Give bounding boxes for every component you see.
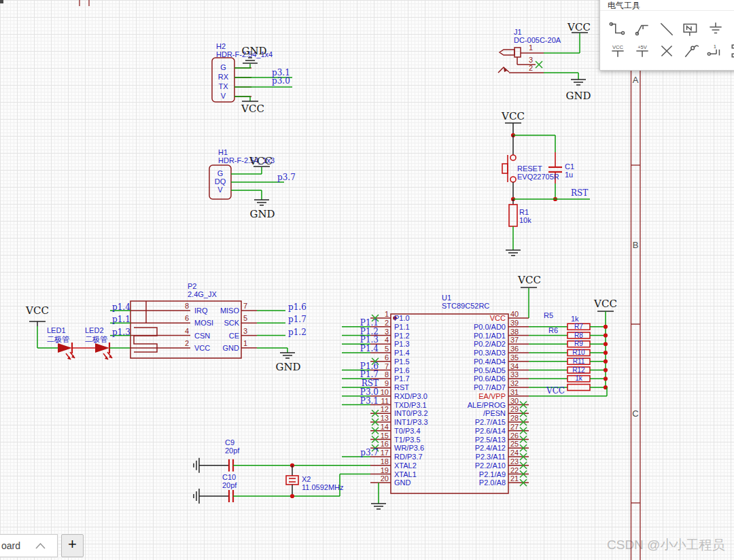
pin-icon[interactable]: 1 xyxy=(707,42,724,60)
sheet-tab-board[interactable]: oard xyxy=(0,534,58,557)
chevron-up-icon[interactable] xyxy=(35,543,46,549)
u1-mcu[interactable] xyxy=(342,287,537,509)
sheet-tab-label: oard xyxy=(1,540,20,551)
h2-connector[interactable] xyxy=(212,58,292,102)
ground-icon[interactable] xyxy=(707,20,724,38)
voltage-probe-icon[interactable] xyxy=(682,42,700,60)
net-port-icon[interactable] xyxy=(730,20,734,38)
svg-text:+5V: +5V xyxy=(637,44,648,50)
schematic-canvas[interactable]: ABCGRXTXVH2HDR-F-2.54_1x4GNDp3.1p3.0VCCG… xyxy=(0,0,734,560)
j1-power-jack[interactable] xyxy=(498,33,588,85)
net-label-icon[interactable] xyxy=(682,20,700,38)
panel-separator xyxy=(600,10,734,11)
h1-connector[interactable] xyxy=(209,165,284,205)
canvas-corner-mark xyxy=(0,0,3,3)
wire-icon[interactable] xyxy=(609,20,627,38)
reset-circuit[interactable] xyxy=(502,123,590,256)
bus-icon[interactable] xyxy=(633,20,651,38)
pin-array-icon[interactable] xyxy=(730,42,734,60)
led-indicators[interactable] xyxy=(29,321,130,360)
no-connect-icon[interactable] xyxy=(658,42,676,60)
add-sheet-button[interactable]: + xyxy=(61,534,84,557)
schematic-drawing[interactable] xyxy=(0,0,734,560)
crystal-oscillator[interactable] xyxy=(194,458,370,504)
line-icon[interactable] xyxy=(658,20,676,38)
p2-rf-module[interactable] xyxy=(110,301,295,358)
sheet-frame xyxy=(80,0,640,560)
svg-text:VCC: VCC xyxy=(612,44,624,50)
plus5v-flag-icon[interactable]: +5V xyxy=(633,42,651,60)
vcc-flag-icon[interactable]: VCC xyxy=(609,42,627,60)
pullup-resistors[interactable] xyxy=(529,311,614,396)
svg-text:1: 1 xyxy=(714,43,716,50)
